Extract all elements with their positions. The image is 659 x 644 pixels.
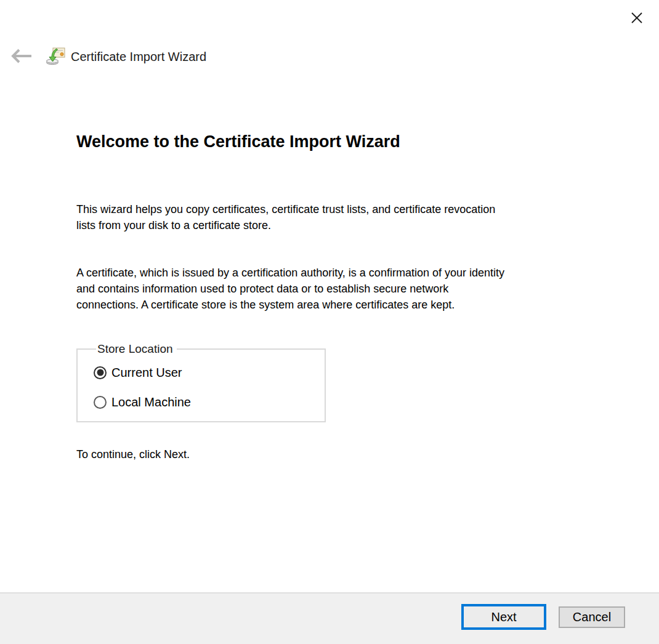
radio-button-icon [94,366,107,379]
cancel-button[interactable]: Cancel [559,606,625,628]
intro-paragraph-line: This wizard helps you copy certificates,… [76,201,495,217]
page-heading: Welcome to the Certificate Import Wizard [76,132,400,151]
radio-local-machine-label: Local Machine [111,395,191,409]
radio-button-icon [94,396,107,409]
radio-current-user[interactable]: Current User [94,363,325,382]
intro-paragraph: This wizard helps you copy certificates,… [76,201,495,233]
next-button[interactable]: Next [461,604,546,630]
store-location-label: Store Location [96,342,177,356]
description-paragraph-line: connections. A certificate store is the … [76,297,504,313]
wizard-title: Certificate Import Wizard [71,49,206,65]
radio-current-user-label: Current User [111,366,182,380]
description-paragraph: A certificate, which is issued by a cert… [76,265,504,313]
radio-local-machine[interactable]: Local Machine [94,393,325,411]
certificate-import-wizard-window: Certificate Import Wizard Welcome to the… [0,0,659,644]
close-icon [629,10,644,27]
back-arrow-icon [11,48,33,66]
back-button[interactable] [9,46,36,68]
continue-hint: To continue, click Next. [76,448,190,461]
description-paragraph-line: and contains information used to protect… [76,281,504,297]
store-location-groupbox: Store Location Current User Local Machin… [76,342,326,422]
intro-paragraph-line: lists from your disk to a certificate st… [76,217,495,233]
close-button[interactable] [623,6,650,31]
certificate-import-wizard-icon [46,46,66,66]
footer-bar: Next Cancel [0,592,659,644]
description-paragraph-line: A certificate, which is issued by a cert… [76,265,504,281]
